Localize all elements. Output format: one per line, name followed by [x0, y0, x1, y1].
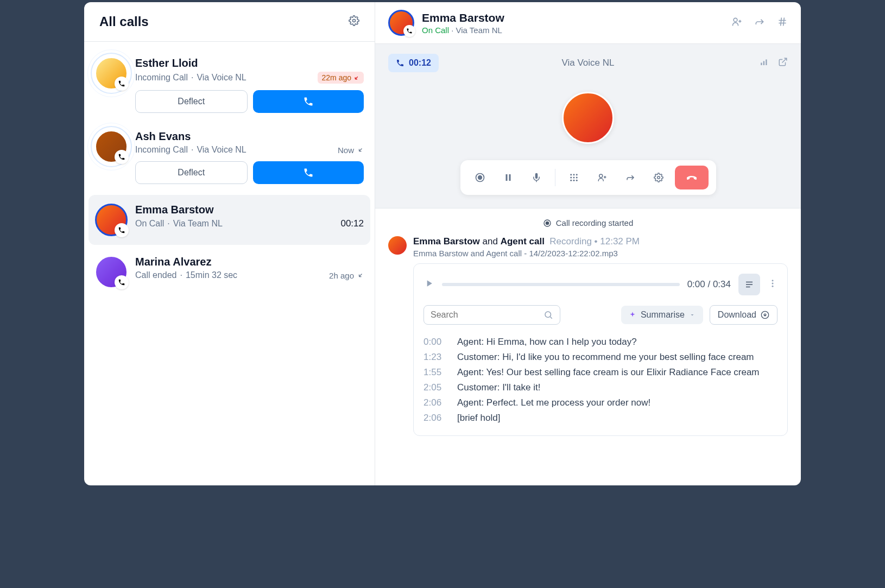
- call-meta: Incoming Call · Via Voice NL: [135, 145, 246, 155]
- avatar: [95, 204, 128, 236]
- contact-status: On Call · Via Team NL: [422, 26, 504, 35]
- svg-rect-11: [505, 174, 507, 181]
- avatar: [95, 130, 128, 163]
- call-item[interactable]: Esther Lloid Incoming Call · Via Voice N…: [84, 48, 375, 122]
- svg-point-32: [545, 312, 551, 318]
- transcript-line: 1:23Customer: Hi, I'd like you to recomm…: [423, 350, 777, 365]
- play-button[interactable]: [423, 278, 434, 291]
- main-header: Emma Barstow On Call · Via Team NL: [375, 2, 801, 44]
- dialpad-button[interactable]: [562, 166, 586, 189]
- recording-filename: Emma Barstow and Agent call - 14/2/2023-…: [413, 249, 640, 258]
- transfer-button[interactable]: [618, 166, 642, 189]
- call-body: Emma Barstow On Call · Via Team NL 00:12: [135, 204, 364, 236]
- phone-badge-icon: [403, 25, 415, 37]
- call-item[interactable]: Ash Evans Incoming Call · Via Voice NL N…: [84, 122, 375, 193]
- phone-badge-icon: [115, 77, 129, 91]
- svg-point-22: [599, 174, 602, 178]
- forward-icon[interactable]: [754, 16, 765, 29]
- svg-point-17: [573, 177, 574, 179]
- more-menu-icon[interactable]: [768, 279, 777, 290]
- phone-badge-icon: [115, 275, 129, 289]
- svg-point-13: [570, 174, 572, 175]
- deflect-button[interactable]: Deflect: [135, 90, 248, 113]
- call-item[interactable]: Marina Alvarez Call ended · 15min 32 sec…: [84, 247, 375, 297]
- svg-line-5: [783, 18, 785, 26]
- call-timer: 00:12: [388, 54, 439, 72]
- call-body: Esther Lloid Incoming Call · Via Voice N…: [135, 57, 364, 113]
- answer-button[interactable]: [253, 90, 364, 113]
- avatar: [95, 256, 128, 288]
- app-window: All calls Esther Lloid Incomin: [84, 2, 801, 485]
- svg-line-4: [781, 18, 782, 26]
- mute-button[interactable]: [524, 166, 548, 189]
- svg-point-31: [772, 286, 774, 287]
- transcript-line: 2:06[brief hold]: [423, 410, 777, 426]
- transcript-toggle-button[interactable]: [738, 274, 760, 295]
- download-icon: [761, 311, 769, 319]
- svg-point-1: [734, 18, 737, 22]
- search-icon: [543, 310, 553, 320]
- summarise-button[interactable]: Summarise: [621, 306, 703, 324]
- avatar-small: [388, 236, 407, 255]
- recording-panel: Call recording started Emma Barstow and …: [375, 208, 801, 446]
- popout-icon[interactable]: [778, 57, 788, 69]
- svg-point-15: [576, 174, 577, 175]
- svg-point-23: [657, 176, 660, 179]
- chevron-down-icon: [689, 312, 696, 318]
- time-badge: 22m ago: [318, 72, 364, 84]
- progress-track[interactable]: [442, 283, 680, 286]
- deflect-button[interactable]: Deflect: [135, 161, 248, 184]
- playback-time: 0:00 / 0:34: [687, 279, 731, 290]
- svg-point-10: [478, 176, 482, 180]
- transcript-line: 0:00Agent: Hi Emma, how can I help you t…: [423, 334, 777, 350]
- recording-header: Emma Barstow and Agent call Recording • …: [388, 236, 788, 258]
- call-body: Marina Alvarez Call ended · 15min 32 sec…: [135, 256, 364, 288]
- audio-player: 0:00 / 0:34 Summ: [413, 263, 788, 436]
- svg-rect-7: [763, 61, 764, 66]
- caller-name: Esther Lloid: [135, 57, 364, 69]
- phone-badge-icon: [115, 150, 129, 164]
- time-label: Now: [338, 146, 364, 155]
- main-panel: Emma Barstow On Call · Via Team NL 00:12…: [375, 2, 801, 485]
- pause-button[interactable]: [496, 166, 520, 189]
- caller-name: Emma Barstow: [135, 204, 364, 216]
- settings-icon[interactable]: [349, 15, 359, 28]
- via-label: Via Voice NL: [561, 58, 614, 68]
- contact-name: Emma Barstow: [422, 11, 504, 24]
- download-button[interactable]: Download: [710, 305, 777, 325]
- svg-line-33: [550, 317, 552, 318]
- svg-point-25: [546, 222, 548, 224]
- add-person-button[interactable]: [590, 166, 614, 189]
- call-meta: Incoming Call · Via Voice NL: [135, 73, 246, 83]
- call-settings-button[interactable]: [647, 166, 671, 189]
- caller-name: Marina Alvarez: [135, 256, 364, 268]
- calls-sidebar: All calls Esther Lloid Incomin: [84, 2, 375, 485]
- call-stage: 00:12 Via Voice NL: [375, 44, 801, 208]
- assign-icon[interactable]: [731, 16, 742, 29]
- search-input[interactable]: [431, 310, 539, 320]
- call-meta: Call ended · 15min 32 sec: [135, 270, 237, 280]
- svg-point-16: [570, 177, 572, 179]
- hash-icon[interactable]: [777, 16, 788, 29]
- record-button[interactable]: [468, 166, 492, 189]
- call-item-active[interactable]: Emma Barstow On Call · Via Team NL 00:12: [88, 195, 370, 245]
- answer-button[interactable]: [253, 161, 364, 184]
- caller-name: Ash Evans: [135, 130, 364, 143]
- hangup-button[interactable]: [675, 166, 709, 189]
- sidebar-header: All calls: [84, 2, 375, 42]
- svg-rect-6: [761, 63, 762, 66]
- sidebar-title: All calls: [99, 14, 149, 29]
- phone-badge-icon: [115, 223, 129, 237]
- transcript-line: 2:06Agent: Perfect. Let me process your …: [423, 395, 777, 410]
- avatar: [95, 57, 128, 90]
- svg-point-19: [570, 180, 572, 181]
- call-duration: 00:12: [340, 218, 364, 229]
- transcript-search[interactable]: [423, 305, 560, 325]
- contact-avatar-large: [562, 92, 614, 144]
- time-label: 2h ago: [329, 271, 364, 280]
- svg-point-29: [772, 280, 774, 281]
- signal-icon[interactable]: [760, 57, 769, 69]
- svg-point-0: [353, 20, 356, 22]
- svg-point-21: [576, 180, 577, 181]
- transcript-line: 1:55Agent: Yes! Our best selling face cr…: [423, 365, 777, 380]
